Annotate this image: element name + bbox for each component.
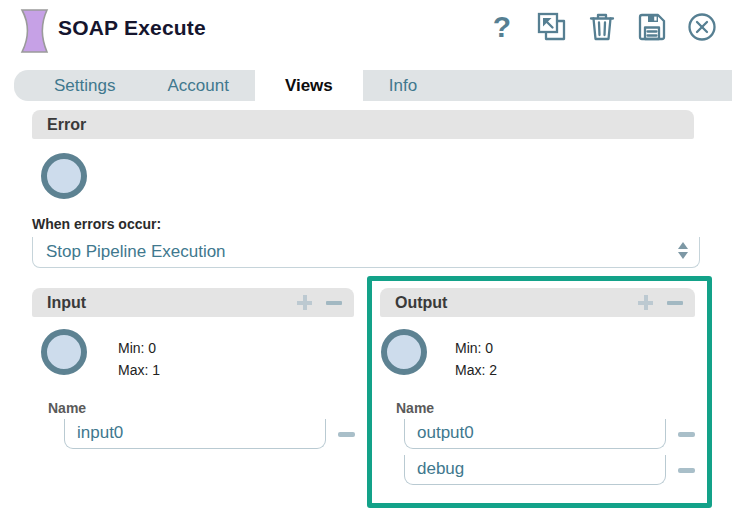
input-min: Min: 0 bbox=[118, 337, 160, 359]
output-row-remove-icon-1[interactable] bbox=[678, 468, 695, 473]
error-section-title: Error bbox=[32, 110, 694, 139]
error-section-header: Error bbox=[32, 110, 694, 139]
duplicate-snap-icon[interactable] bbox=[536, 10, 568, 44]
output-row-remove-icon-0[interactable] bbox=[678, 432, 695, 437]
input-collapse-icon[interactable] bbox=[326, 301, 342, 305]
spinner-up-icon bbox=[678, 242, 688, 249]
input-name-value: input0 bbox=[65, 419, 325, 447]
when-errors-occur-label: When errors occur: bbox=[32, 216, 161, 232]
output-view-circle[interactable] bbox=[381, 329, 427, 375]
output-name-label: Name bbox=[396, 400, 434, 416]
input-add-icon[interactable] bbox=[297, 295, 312, 310]
output-minmax: Min: 0 Max: 2 bbox=[455, 337, 497, 381]
save-icon[interactable] bbox=[636, 10, 668, 44]
input-section-header: Input bbox=[32, 288, 354, 317]
tab-settings[interactable]: Settings bbox=[28, 70, 141, 101]
page-title: SOAP Execute bbox=[58, 16, 206, 40]
input-row-remove-icon[interactable] bbox=[338, 432, 355, 437]
output-name-value-0: output0 bbox=[405, 419, 665, 447]
input-view-circle[interactable] bbox=[41, 329, 87, 375]
input-name-field[interactable]: input0 bbox=[64, 419, 326, 449]
snap-logo bbox=[14, 7, 54, 59]
output-max: Max: 2 bbox=[455, 359, 497, 381]
output-collapse-icon[interactable] bbox=[667, 301, 683, 305]
output-min: Min: 0 bbox=[455, 337, 497, 359]
close-icon[interactable] bbox=[686, 10, 718, 44]
help-icon[interactable]: ? bbox=[486, 10, 518, 44]
spinner-down-icon bbox=[678, 252, 688, 259]
tab-info[interactable]: Info bbox=[363, 70, 443, 101]
trash-icon[interactable] bbox=[586, 10, 618, 44]
output-section-header: Output bbox=[380, 288, 695, 317]
tab-views[interactable]: Views bbox=[255, 70, 363, 101]
output-add-icon[interactable] bbox=[638, 295, 653, 310]
error-behavior-dropdown[interactable]: Stop Pipeline Execution bbox=[32, 237, 700, 268]
input-minmax: Min: 0 Max: 1 bbox=[118, 337, 160, 381]
tab-account[interactable]: Account bbox=[141, 70, 254, 101]
output-name-value-1: debug bbox=[405, 455, 665, 483]
input-name-label: Name bbox=[48, 400, 86, 416]
tab-bar: Settings Account Views Info bbox=[14, 70, 732, 101]
error-view-circle[interactable] bbox=[41, 153, 87, 199]
error-behavior-value: Stop Pipeline Execution bbox=[33, 237, 699, 266]
output-name-field-1[interactable]: debug bbox=[404, 455, 666, 485]
soap-execute-dialog: SOAP Execute ? bbox=[0, 0, 732, 515]
dropdown-spinner-icon[interactable] bbox=[678, 242, 688, 259]
input-max: Max: 1 bbox=[118, 359, 160, 381]
header-actions: ? bbox=[486, 10, 718, 44]
output-name-field-0[interactable]: output0 bbox=[404, 419, 666, 449]
